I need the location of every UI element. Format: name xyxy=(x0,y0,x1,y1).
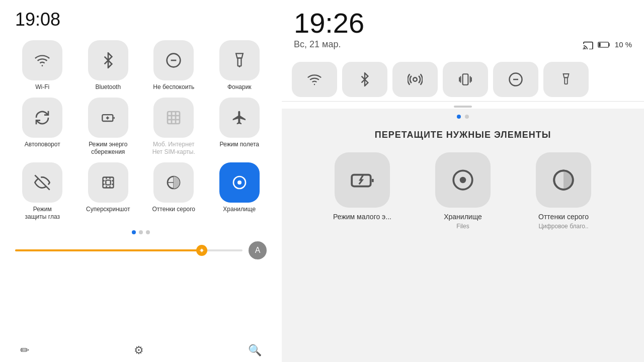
flashlight-icon xyxy=(219,40,260,80)
tile-airplane-label: Режим полета xyxy=(219,141,259,149)
right-tile-dnd[interactable] xyxy=(493,62,538,97)
svg-rect-27 xyxy=(599,43,600,47)
tile-flashlight-label: Фонарик xyxy=(227,83,252,92)
swipe-indicator xyxy=(454,106,472,108)
svg-point-19 xyxy=(200,249,203,251)
right-tile-wifi[interactable] xyxy=(292,62,337,97)
svg-rect-15 xyxy=(106,180,110,185)
status-icons: 10 % xyxy=(583,40,632,49)
bluetooth-icon xyxy=(88,40,128,80)
left-time: 19:08 xyxy=(10,0,272,35)
battery-icon xyxy=(598,41,611,49)
edit-title: ПЕРЕТАЩИТЕ НУЖНЫЕ ЭЛЕМЕНТЫ xyxy=(282,122,644,147)
tile-bluetooth[interactable]: Bluetooth xyxy=(78,40,138,92)
svg-rect-9 xyxy=(168,112,180,124)
edit-battery-mode-label: Режим малого э... xyxy=(333,213,391,221)
svg-point-29 xyxy=(413,77,417,81)
dnd-icon xyxy=(153,40,194,80)
edit-tile-battery-mode[interactable]: Режим малого э... xyxy=(317,152,408,230)
brightness-fill xyxy=(15,249,202,251)
edit-tiles-row: Режим малого э... Хранилище Files xyxy=(282,152,644,230)
tile-autorotate-label: Автоповорот xyxy=(25,141,60,149)
svg-rect-30 xyxy=(463,74,468,84)
edit-icon[interactable]: ✏ xyxy=(20,344,29,357)
grayscale-icon xyxy=(153,162,194,203)
search-icon[interactable]: 🔍 xyxy=(248,344,262,357)
right-time: 19:26 xyxy=(294,9,632,37)
svg-rect-3 xyxy=(237,58,241,66)
bottom-bar: ✏ ⚙ 🔍 xyxy=(10,337,272,362)
tile-dnd-label: Не беспокоить xyxy=(153,83,194,92)
edit-section: ПЕРЕТАЩИТЕ НУЖНЫЕ ЭЛЕМЕНТЫ Режим малого … xyxy=(282,109,644,362)
tile-grayscale[interactable]: Оттенки серого xyxy=(144,162,204,221)
right-panel: 19:26 Вс, 21 мар. 10 % xyxy=(282,0,644,362)
brightness-thumb xyxy=(196,245,207,256)
brightness-row: A xyxy=(10,234,272,259)
autorotate-icon xyxy=(22,98,62,138)
tile-airplane[interactable]: Режим полета xyxy=(210,98,270,156)
tile-storage[interactable]: Хранилище xyxy=(210,162,270,221)
right-tile-hotspot[interactable] xyxy=(392,62,438,97)
svg-rect-37 xyxy=(565,77,568,84)
edit-tile-storage[interactable]: Хранилище Files xyxy=(418,152,508,230)
edit-grayscale-icon xyxy=(536,152,591,208)
right-tile-flashlight[interactable] xyxy=(543,62,589,97)
page-dots xyxy=(10,230,272,234)
tile-wifi-label: Wi-Fi xyxy=(35,83,49,92)
svg-point-24 xyxy=(583,48,585,49)
avatar-button[interactable]: A xyxy=(249,241,267,259)
tile-storage-label: Хранилище xyxy=(223,206,256,214)
right-tiles-row xyxy=(282,55,644,102)
page-dots-right xyxy=(282,109,644,122)
edit-grayscale-sub: Цифровое благо.. xyxy=(538,223,588,230)
left-panel: 19:08 Wi-Fi Bluetooth xyxy=(0,0,282,362)
wifi-icon xyxy=(22,40,62,80)
right-dot-1 xyxy=(457,115,461,119)
tile-screenshot-label: Суперскриншот xyxy=(86,206,130,214)
tile-mobile-data[interactable]: Моб. ИнтернетНет SIM-карты. xyxy=(144,98,204,156)
tile-mobile-data-label: Моб. ИнтернетНет SIM-карты. xyxy=(152,141,195,156)
edit-grayscale-label: Оттенки серого xyxy=(538,213,589,221)
svg-rect-14 xyxy=(103,177,113,188)
mobile-data-icon xyxy=(153,98,194,138)
tile-flashlight[interactable]: Фонарик xyxy=(210,40,270,92)
dot-1 xyxy=(132,230,136,234)
tile-wifi[interactable]: Wi-Fi xyxy=(13,40,72,92)
edit-battery-mode-icon xyxy=(335,152,390,208)
right-tile-vibrate[interactable] xyxy=(443,62,488,97)
cast-icon xyxy=(583,40,594,49)
edit-storage-icon xyxy=(435,152,491,208)
eye-protect-icon xyxy=(22,162,62,203)
tile-screenshot[interactable]: Суперскриншот xyxy=(78,162,138,221)
battery-saver-icon xyxy=(88,98,128,138)
dot-2 xyxy=(139,230,143,234)
tile-battery-saver[interactable]: Режим энерго сбережения xyxy=(78,98,138,156)
right-tile-bluetooth[interactable] xyxy=(342,62,387,97)
edit-tile-grayscale[interactable]: Оттенки серого Цифровое благо.. xyxy=(518,152,609,230)
right-dot-2 xyxy=(465,115,469,119)
tile-dnd[interactable]: Не беспокоить xyxy=(144,40,204,92)
tile-autorotate[interactable]: Автоповорот xyxy=(13,98,72,156)
swipe-bar xyxy=(282,102,644,109)
tile-grayscale-label: Оттенки серого xyxy=(152,206,195,214)
battery-percent: 10 % xyxy=(615,40,632,49)
brightness-slider[interactable] xyxy=(15,249,243,251)
edit-storage-label: Хранилище xyxy=(444,213,482,221)
tile-eye-protect-label: Режимзащиты глаз xyxy=(25,206,60,221)
tile-bluetooth-label: Bluetooth xyxy=(95,83,121,92)
storage-icon xyxy=(219,162,260,203)
svg-point-41 xyxy=(460,177,466,184)
svg-point-28 xyxy=(314,84,315,85)
airplane-icon xyxy=(219,98,260,138)
dot-3 xyxy=(146,230,150,234)
right-date-row: Вс, 21 мар. 10 % xyxy=(294,39,632,50)
quick-tiles-grid: Wi-Fi Bluetooth Не беспокоить xyxy=(10,35,272,226)
svg-point-0 xyxy=(42,65,43,66)
right-date: Вс, 21 мар. xyxy=(294,39,341,50)
settings-icon[interactable]: ⚙ xyxy=(134,344,144,357)
tile-battery-saver-label: Режим энерго сбережения xyxy=(78,141,138,156)
svg-point-18 xyxy=(237,180,242,185)
tile-eye-protect[interactable]: Режимзащиты глаз xyxy=(13,162,72,221)
edit-storage-sub: Files xyxy=(456,223,469,230)
screenshot-icon xyxy=(88,162,128,203)
